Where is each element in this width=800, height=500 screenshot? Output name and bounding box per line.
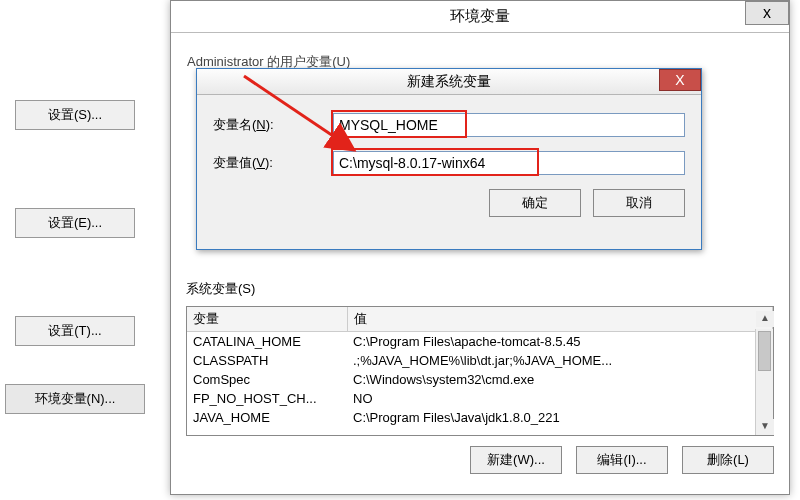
system-variables-table: 变量 值 CATALINA_HOMEC:\Program Files\apach… xyxy=(187,307,773,427)
cell-value: NO xyxy=(347,389,773,408)
table-row[interactable]: JAVA_HOMEC:\Program Files\Java\jdk1.8.0_… xyxy=(187,408,773,427)
env-variables-button[interactable]: 环境变量(N)... xyxy=(5,384,145,414)
env-window-close-button[interactable]: x xyxy=(745,1,789,25)
cell-variable: FP_NO_HOST_CH... xyxy=(187,389,347,408)
scroll-up-icon[interactable]: ▲ xyxy=(756,311,774,327)
table-row[interactable]: ComSpecC:\Windows\system32\cmd.exe xyxy=(187,370,773,389)
settings-t-button[interactable]: 设置(T)... xyxy=(15,316,135,346)
ok-button[interactable]: 确定 xyxy=(489,189,581,217)
system-variables-label: 系统变量(S) xyxy=(186,280,774,298)
variable-name-label: 变量名(N): xyxy=(213,116,333,134)
table-row[interactable]: CATALINA_HOMEC:\Program Files\apache-tom… xyxy=(187,332,773,352)
sysvar-edit-button[interactable]: 编辑(I)... xyxy=(576,446,668,474)
scrollbar-track[interactable]: ▲ ▼ xyxy=(755,329,773,435)
new-system-variable-dialog: 新建系统变量 X 变量名(N): 变量值(V): 确定 取消 xyxy=(196,68,702,250)
cell-variable: CATALINA_HOME xyxy=(187,332,347,352)
newvar-close-button[interactable]: X xyxy=(659,69,701,91)
column-header-value[interactable]: 值 xyxy=(347,307,773,332)
cell-variable: ComSpec xyxy=(187,370,347,389)
variable-value-label: 变量值(V): xyxy=(213,154,333,172)
env-window-titlebar: 环境变量 x xyxy=(171,1,789,33)
scrollbar-thumb[interactable] xyxy=(758,331,771,371)
settings-s-button[interactable]: 设置(S)... xyxy=(15,100,135,130)
variable-name-row: 变量名(N): xyxy=(213,113,685,137)
variable-value-row: 变量值(V): xyxy=(213,151,685,175)
table-row[interactable]: CLASSPATH.;%JAVA_HOME%\lib\dt.jar;%JAVA_… xyxy=(187,351,773,370)
settings-e-button[interactable]: 设置(E)... xyxy=(15,208,135,238)
variable-name-input[interactable] xyxy=(333,113,685,137)
system-variables-listview[interactable]: 变量 值 CATALINA_HOMEC:\Program Files\apach… xyxy=(186,306,774,436)
cell-value: C:\Windows\system32\cmd.exe xyxy=(347,370,773,389)
system-variables-section: 系统变量(S) 变量 值 CATALINA_HOMEC:\Program Fil… xyxy=(186,280,774,474)
cell-value: .;%JAVA_HOME%\lib\dt.jar;%JAVA_HOME... xyxy=(347,351,773,370)
sysvar-new-button[interactable]: 新建(W)... xyxy=(470,446,562,474)
newvar-title-text: 新建系统变量 xyxy=(407,73,491,91)
env-window-title: 环境变量 xyxy=(450,7,510,26)
sysvar-delete-button[interactable]: 删除(L) xyxy=(682,446,774,474)
left-buttons-panel: 设置(S)... 设置(E)... 设置(T)... 环境变量(N)... xyxy=(0,100,150,492)
cell-variable: CLASSPATH xyxy=(187,351,347,370)
column-header-variable[interactable]: 变量 xyxy=(187,307,347,332)
scroll-down-icon[interactable]: ▼ xyxy=(756,419,774,435)
cell-value: C:\Program Files\Java\jdk1.8.0_221 xyxy=(347,408,773,427)
cancel-button[interactable]: 取消 xyxy=(593,189,685,217)
newvar-titlebar: 新建系统变量 X xyxy=(197,69,701,95)
cell-variable: JAVA_HOME xyxy=(187,408,347,427)
table-row[interactable]: FP_NO_HOST_CH...NO xyxy=(187,389,773,408)
variable-value-input[interactable] xyxy=(333,151,685,175)
cell-value: C:\Program Files\apache-tomcat-8.5.45 xyxy=(347,332,773,352)
